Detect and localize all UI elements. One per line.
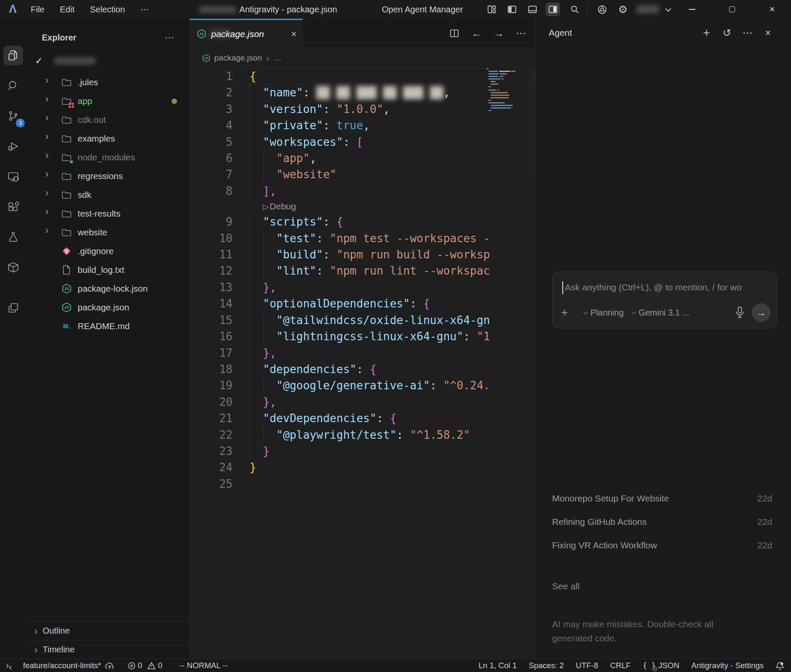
see-all-link[interactable]: See all xyxy=(552,581,579,591)
chevron-right-icon: › xyxy=(45,75,49,85)
open-agent-manager-button[interactable]: Open Agent Manager xyxy=(382,0,463,19)
tree-item-package-lock-json[interactable]: JSpackage-lock.json xyxy=(26,279,189,298)
tree-item-readme-md[interactable]: M↓README.md xyxy=(26,317,189,336)
extensions-icon[interactable] xyxy=(3,197,23,217)
history-icon[interactable]: ↺ xyxy=(719,25,735,41)
timeline-section[interactable]: › Timeline xyxy=(26,640,189,659)
folder-icon xyxy=(61,170,73,182)
run-debug-icon[interactable] xyxy=(3,136,23,156)
browser-icon[interactable] xyxy=(595,3,609,16)
remote-indicator-icon[interactable]: ›› xyxy=(6,661,12,670)
tree-item-package-json[interactable]: JSpackage.json xyxy=(26,298,189,317)
tree-item--jules[interactable]: ›.jules xyxy=(26,73,189,92)
codelens-debug[interactable]: ▷Debug xyxy=(263,199,535,214)
line-number: 9 xyxy=(190,214,233,230)
explorer-icon[interactable] xyxy=(3,46,23,65)
package-box-icon[interactable] xyxy=(3,258,23,277)
chevron-right-icon: › xyxy=(45,131,49,142)
tree-item-app[interactable]: ›app xyxy=(26,92,189,110)
notifications-bell-icon[interactable] xyxy=(776,661,784,670)
tree-item-regressions[interactable]: ›regressions xyxy=(26,167,189,185)
menu-selection[interactable]: Selection xyxy=(84,3,131,16)
windows-copy-icon[interactable] xyxy=(3,298,23,318)
menu-edit[interactable]: Edit xyxy=(54,3,80,16)
line-number: 20 xyxy=(190,394,233,410)
cursor-position[interactable]: Ln 1, Col 1 xyxy=(479,661,517,670)
code-line-18: 18"dependencies": { xyxy=(190,361,535,377)
go-back-icon[interactable]: ← xyxy=(468,26,485,41)
breadcrumb[interactable]: JS package.json › … xyxy=(190,48,535,68)
line-number: 21 xyxy=(190,410,233,426)
breadcrumb-more[interactable]: … xyxy=(273,53,282,63)
settings-gear-icon[interactable]: ⚙ xyxy=(616,3,630,16)
search-sidebar-icon[interactable] xyxy=(3,76,23,96)
new-conversation-icon[interactable]: + xyxy=(698,25,715,41)
customize-layout-icon[interactable] xyxy=(485,3,499,16)
toggle-secondary-sidebar-icon[interactable] xyxy=(546,3,560,16)
agent-more-icon[interactable]: ⋯ xyxy=(739,25,756,41)
toggle-panel-icon[interactable] xyxy=(525,3,540,16)
settings-sync-item[interactable]: Antigravity - Settings xyxy=(691,661,764,670)
tree-item-build-log-txt[interactable]: build_log.txt xyxy=(26,261,189,279)
tree-item-test-results[interactable]: ›test-results xyxy=(26,204,189,223)
git-branch-item[interactable]: feature/account-limits* xyxy=(23,661,116,670)
tree-item-website[interactable]: ›website xyxy=(26,223,189,242)
chevron-down-icon[interactable] xyxy=(660,3,675,16)
go-forward-icon[interactable]: → xyxy=(490,26,507,41)
chevron-right-icon: › xyxy=(34,645,38,655)
outline-section[interactable]: › Outline xyxy=(26,621,189,640)
code-area[interactable]: 1{2"name": ██ ██ ███ ██ ███ ██,3"version… xyxy=(190,68,535,492)
tree-item-label: package.json xyxy=(78,302,129,313)
minimize-button[interactable] xyxy=(678,0,706,19)
close-window-button[interactable]: × xyxy=(759,0,786,19)
workspace-root-item[interactable]: ✓ xyxy=(26,53,189,69)
indentation[interactable]: Spaces: 2 xyxy=(529,661,564,670)
toggle-primary-sidebar-icon[interactable] xyxy=(505,3,519,16)
editor-scrollbar[interactable] xyxy=(528,67,534,177)
close-panel-icon[interactable]: × xyxy=(760,25,776,41)
tree-item-label: build_log.txt xyxy=(78,265,124,275)
file-tree: ›.jules›app›cdk.out›examples›node_module… xyxy=(26,73,189,336)
tree-item-cdk-out[interactable]: ›cdk.out xyxy=(26,110,189,129)
chevron-right-icon: › xyxy=(45,94,49,104)
tree-item-sdk[interactable]: ›sdk xyxy=(26,185,189,204)
maximize-button[interactable] xyxy=(718,0,746,19)
code-line-12: 12"lint": "npm run lint --workspac xyxy=(190,263,535,279)
remote-explorer-icon[interactable] xyxy=(3,167,23,186)
menu-more[interactable]: ⋯ xyxy=(134,3,155,16)
model-dropdown[interactable]: Gemini 3.1 ... xyxy=(631,308,689,318)
eol-sequence[interactable]: CRLF xyxy=(610,661,631,670)
timeline-label: Timeline xyxy=(43,645,75,655)
folder-icon xyxy=(61,133,73,145)
error-count: 0 xyxy=(138,661,142,670)
tab-package-json[interactable]: JS package.json × xyxy=(190,19,303,48)
attach-plus-icon[interactable]: + xyxy=(561,306,576,319)
language-mode[interactable]: { }× JSON xyxy=(643,661,679,670)
menu-file[interactable]: File xyxy=(25,3,50,16)
line-number: 23 xyxy=(190,443,233,459)
split-editor-icon[interactable] xyxy=(446,26,463,41)
explorer-more-icon[interactable]: ⋯ xyxy=(165,32,175,43)
search-icon[interactable] xyxy=(567,3,582,16)
problems-item[interactable]: 0 0 xyxy=(128,661,163,670)
microphone-icon[interactable] xyxy=(731,306,748,319)
tree-item-examples[interactable]: ›examples xyxy=(26,129,189,148)
history-item[interactable]: Refining GitHub Actions22d xyxy=(535,510,791,533)
breadcrumb-file[interactable]: package.json xyxy=(214,53,262,63)
source-control-icon[interactable]: 3 xyxy=(3,106,23,126)
code-line-11: 11"build": "npm run build --worksp xyxy=(190,246,535,263)
minimap[interactable] xyxy=(485,67,526,122)
warning-count: 0 xyxy=(158,661,162,670)
history-item[interactable]: Fixing VR Action Workflow22d xyxy=(535,533,791,557)
encoding[interactable]: UTF-8 xyxy=(576,661,598,670)
send-button[interactable]: → xyxy=(752,303,771,322)
tree-item--gitignore[interactable]: .gitignore xyxy=(26,242,189,261)
code-line-8: 8], xyxy=(190,183,535,199)
testing-icon[interactable] xyxy=(3,227,23,247)
tab-close-icon[interactable]: × xyxy=(291,29,297,40)
agent-input-box[interactable]: Ask anything (Ctrl+L), @ to mention, / f… xyxy=(552,272,777,328)
tree-item-node-modules[interactable]: ›node_modules xyxy=(26,148,189,167)
mode-dropdown[interactable]: Planning xyxy=(583,308,624,318)
history-item[interactable]: Monorepo Setup For Website22d xyxy=(535,487,791,510)
editor-more-icon[interactable]: ⋯ xyxy=(512,26,529,41)
